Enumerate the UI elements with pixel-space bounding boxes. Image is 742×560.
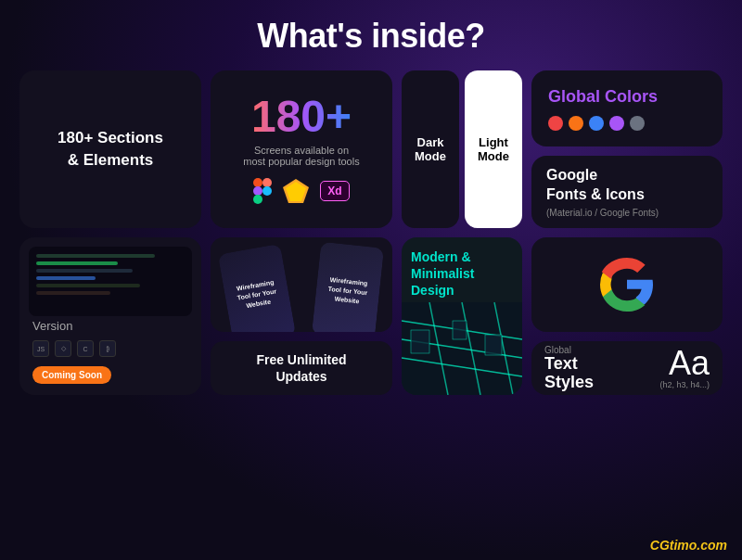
page-title: What's inside? — [19, 9, 723, 56]
card-modern: Modern &MinimalistDesign — [402, 237, 522, 395]
text-styles-left: Global TextStyles — [544, 345, 594, 392]
dot-orange — [569, 116, 583, 131]
phone2-text: WireframingTool for YourWebsite — [326, 275, 369, 307]
card-text-styles: Global TextStyles Aa (h2, h3, h4...) — [531, 341, 723, 395]
google-fonts-title: GoogleFonts & Icons — [546, 166, 645, 205]
heading-hint: (h2, h3, h4...) — [659, 380, 710, 389]
svg-rect-16 — [485, 335, 502, 355]
watermark: CGtimo.com — [650, 538, 727, 553]
screens-number: 180+ — [251, 95, 352, 139]
right-column: Global Colors GoogleFonts & Icons (Mater… — [531, 70, 723, 228]
dot-blue — [589, 116, 604, 131]
sections-title: 180+ Sections& Elements — [58, 127, 163, 172]
code-version: Version — [32, 319, 72, 333]
phone-2: WireframingTool for YourWebsite — [312, 242, 384, 332]
card-layout: 180+ Sections& Elements 180+ Screens ava… — [19, 70, 723, 395]
svg-rect-2 — [253, 186, 262, 196]
card-google-fonts-top: GoogleFonts & Icons (Material.io / Googl… — [531, 156, 723, 228]
dot-purple — [609, 116, 624, 131]
svg-rect-0 — [253, 178, 262, 187]
card-wireframe: WireframingTool for YourWebsite Wirefram… — [211, 237, 392, 332]
light-mode-label: LightMode — [478, 135, 509, 163]
row-1: 180+ Sections& Elements 180+ Screens ava… — [19, 70, 723, 228]
code-tool-icons: JS ◇ C ₿ — [32, 340, 116, 357]
svg-rect-15 — [453, 321, 467, 339]
code-icon-4: ₿ — [99, 340, 116, 357]
figma-icon — [253, 178, 272, 204]
modern-title: Modern &MinimalistDesign — [411, 248, 474, 299]
google-fonts-sub: (Material.io / Google Fonts) — [546, 208, 659, 218]
main-container: What's inside? 180+ Sections& Elements 1… — [0, 0, 742, 560]
light-mode-card: LightMode — [465, 70, 522, 228]
code-screen-preview — [29, 247, 192, 316]
dot-red — [548, 116, 563, 131]
right-col-row2: Global TextStyles Aa (h2, h3, h4...) — [531, 237, 723, 395]
svg-point-4 — [262, 186, 272, 196]
phone1-text: WireframingTool for YourWebsite — [235, 278, 278, 312]
code-icon-1: JS — [32, 340, 49, 357]
text-styles-right: Aa (h2, h3, h4...) — [659, 347, 710, 389]
card-updates: Free UnlimitedUpdates — [211, 341, 392, 395]
svg-rect-3 — [253, 195, 262, 204]
card-screens: 180+ Screens available onmost popular de… — [211, 70, 392, 228]
screens-subtitle: Screens available onmost popular design … — [243, 145, 359, 167]
updates-text: Free UnlimitedUpdates — [256, 351, 346, 385]
global-colors-title: Global Colors — [548, 87, 658, 107]
row-2: Code Version JS ◇ C ₿ Coming Soon Wir — [19, 237, 723, 395]
aa-example: Aa — [659, 347, 710, 380]
text-styles-title: TextStyles — [544, 355, 594, 392]
dot-gray — [630, 116, 645, 131]
col2-row2: WireframingTool for YourWebsite Wirefram… — [211, 237, 392, 395]
tool-icons-row: Xd — [253, 178, 349, 204]
map-visualization — [402, 302, 522, 395]
card-darklight: DarkMode LightMode — [402, 70, 522, 228]
card-sections: 180+ Sections& Elements — [19, 70, 201, 228]
xd-icon: Xd — [320, 181, 349, 201]
code-icon-2: ◇ — [55, 340, 71, 357]
phone-1: WireframingTool for YourWebsite — [218, 244, 296, 332]
map-svg — [402, 302, 522, 395]
card-global-colors: Global Colors — [531, 70, 723, 146]
svg-rect-14 — [411, 330, 429, 353]
card-google-g — [531, 237, 723, 332]
dark-mode-label: DarkMode — [415, 135, 446, 163]
google-g-logo — [595, 252, 659, 317]
watermark-text: CGtimo.com — [650, 538, 727, 553]
card-code: Code Version JS ◇ C ₿ Coming Soon — [19, 237, 201, 395]
svg-rect-1 — [262, 178, 272, 187]
sketch-icon — [283, 179, 309, 203]
color-dots-row — [548, 116, 645, 131]
code-icon-3: C — [77, 340, 94, 357]
dark-mode-card: DarkMode — [402, 70, 459, 228]
coming-soon-badge: Coming Soon — [32, 366, 111, 384]
